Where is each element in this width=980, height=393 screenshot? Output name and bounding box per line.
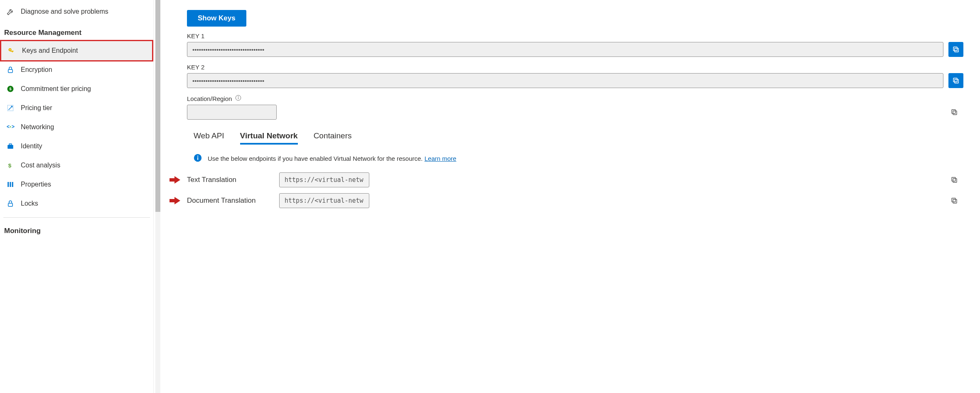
copy-document-translation-button[interactable] (949, 196, 959, 206)
tab-containers[interactable]: Containers (314, 131, 352, 145)
sidebar-item-diagnose[interactable]: Diagnose and solve problems (0, 2, 153, 21)
svg-rect-1 (8, 69, 13, 73)
sidebar-item-label: Properties (21, 181, 51, 188)
svg-rect-14 (12, 182, 13, 187)
sidebar: Diagnose and solve problems Resource Man… (0, 0, 154, 393)
text-translation-row: Text Translation (187, 172, 963, 187)
sidebar-item-encryption[interactable]: Encryption (0, 60, 153, 79)
key1-group: KEY 1 (187, 32, 963, 57)
svg-rect-32 (953, 199, 957, 203)
pricing-icon (6, 103, 15, 113)
sidebar-item-label: Locks (21, 200, 38, 207)
svg-text:<: < (7, 124, 10, 130)
copy-text-translation-button[interactable] (949, 175, 959, 185)
copy-location-button[interactable] (949, 107, 959, 117)
info-icon[interactable] (235, 95, 241, 102)
location-input[interactable] (187, 105, 277, 120)
sidebar-item-label: Diagnose and solve problems (21, 8, 108, 15)
lock-icon (6, 199, 15, 208)
main-content: Show Keys KEY 1 KEY 2 Location/Region (159, 0, 980, 393)
svg-rect-18 (955, 79, 958, 83)
svg-rect-24 (952, 110, 955, 113)
svg-rect-15 (8, 203, 13, 206)
copy-icon (952, 46, 960, 53)
tab-virtual-network[interactable]: Virtual Network (240, 131, 298, 145)
sidebar-item-label: Commitment tier pricing (21, 85, 91, 93)
show-keys-button[interactable]: Show Keys (187, 10, 246, 27)
key2-group: KEY 2 (187, 64, 963, 88)
location-label: Location/Region (187, 95, 232, 102)
sidebar-item-label: Cost analysis (21, 162, 60, 169)
info-banner: Use the below endpoints if you have enab… (187, 154, 963, 163)
sidebar-item-label: Encryption (21, 66, 52, 74)
svg-rect-29 (953, 179, 957, 182)
arrow-right-icon (169, 176, 180, 184)
copy-icon (951, 108, 958, 116)
location-group: Location/Region (187, 95, 963, 120)
sidebar-section-monitoring: Monitoring (0, 219, 153, 239)
text-translation-input[interactable] (279, 172, 369, 187)
key-icon (7, 46, 16, 55)
sidebar-item-keys-endpoint[interactable]: Keys and Endpoint (0, 40, 153, 61)
info-message: Use the below endpoints if you have enab… (208, 155, 425, 162)
arrow-right-icon (169, 197, 180, 204)
document-translation-row: Document Translation (187, 193, 963, 208)
sidebar-item-label: Pricing tier (21, 104, 52, 112)
sidebar-scrollbar[interactable] (155, 0, 160, 393)
key1-input[interactable] (187, 42, 943, 57)
svg-rect-13 (10, 182, 11, 187)
sidebar-section-resource-management: Resource Management (0, 21, 153, 41)
dollar-icon: $. (6, 161, 15, 170)
lock-icon (6, 65, 15, 74)
sidebar-item-label: Networking (21, 123, 54, 131)
key2-input[interactable] (187, 73, 943, 88)
scrollbar-thumb[interactable] (155, 0, 160, 212)
info-filled-icon (194, 154, 202, 163)
key1-label: KEY 1 (187, 32, 963, 39)
info-text: Use the below endpoints if you have enab… (208, 155, 456, 162)
svg-rect-19 (953, 78, 957, 82)
copy-icon (951, 197, 958, 204)
svg-rect-30 (952, 177, 955, 181)
svg-rect-12 (7, 182, 9, 187)
svg-rect-33 (952, 198, 955, 202)
endpoint-tabs: Web API Virtual Network Containers (187, 131, 963, 145)
dollar-circle-icon: $ (6, 84, 15, 93)
svg-text:$: $ (9, 87, 11, 91)
sidebar-item-commitment[interactable]: $ Commitment tier pricing (0, 79, 153, 98)
learn-more-link[interactable]: Learn more (425, 155, 457, 162)
sidebar-item-label: Keys and Endpoint (22, 47, 78, 54)
briefcase-icon (6, 142, 15, 151)
sidebar-item-cost-analysis[interactable]: $. Cost analysis (0, 156, 153, 175)
copy-icon (952, 77, 960, 84)
copy-key1-button[interactable] (948, 42, 963, 57)
networking-icon: <> (6, 123, 15, 132)
sidebar-item-properties[interactable]: Properties (0, 175, 153, 194)
svg-text:>: > (12, 124, 15, 130)
sidebar-item-locks[interactable]: Locks (0, 194, 153, 213)
svg-rect-16 (955, 48, 958, 52)
document-translation-input[interactable] (279, 193, 369, 208)
document-translation-label: Document Translation (187, 196, 274, 205)
text-translation-label: Text Translation (187, 176, 274, 184)
svg-point-22 (238, 96, 238, 97)
sidebar-item-identity[interactable]: Identity (0, 137, 153, 156)
svg-rect-23 (953, 111, 957, 115)
tab-web-api[interactable]: Web API (194, 131, 224, 145)
sidebar-item-pricing-tier[interactable]: Pricing tier (0, 98, 153, 118)
svg-point-0 (10, 49, 10, 50)
key2-label: KEY 2 (187, 64, 963, 71)
svg-text:.: . (11, 163, 12, 166)
svg-rect-26 (197, 157, 198, 160)
svg-point-27 (197, 156, 199, 157)
divider (3, 217, 150, 218)
svg-rect-17 (953, 47, 957, 51)
sidebar-item-networking[interactable]: <> Networking (0, 118, 153, 137)
svg-point-6 (10, 126, 11, 128)
svg-marker-28 (169, 176, 180, 184)
copy-key2-button[interactable] (948, 73, 963, 88)
sidebar-item-label: Identity (21, 142, 42, 150)
copy-icon (951, 176, 958, 184)
svg-rect-8 (7, 145, 13, 149)
svg-marker-31 (169, 197, 180, 204)
